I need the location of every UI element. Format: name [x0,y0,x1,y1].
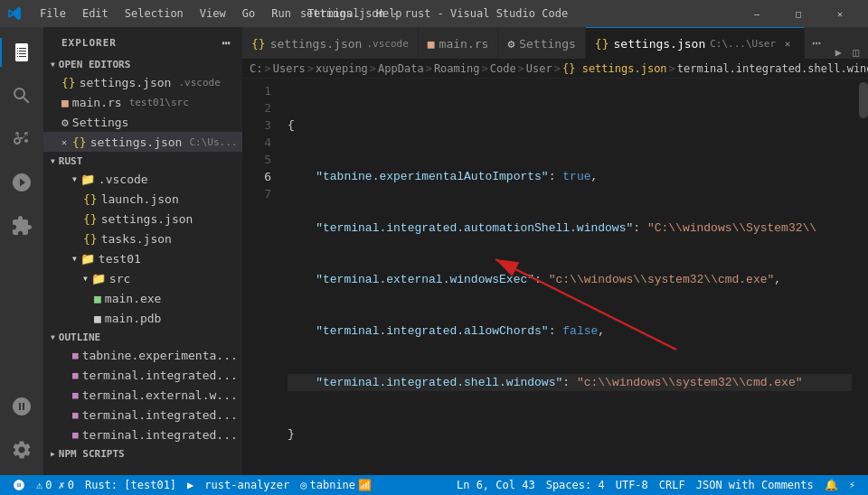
status-language[interactable]: JSON with Comments [691,475,819,495]
tab-settings-json-user[interactable]: {} settings.json C:\...\User ✕ [586,27,805,59]
eol-text: CRLF [659,479,685,491]
close-button[interactable]: ✕ [819,0,861,27]
folder-test01[interactable]: ▼ 📁 test01 [43,248,242,268]
breadcrumb-settings-json[interactable]: {} settings.json [562,62,667,75]
status-run-button[interactable]: ▶ [182,475,199,495]
open-editor-settings-json-vscode[interactable]: {} settings.json .vscode [43,72,242,92]
editor-content: 1 2 3 4 5 6 7 { "tabnine.experimentalAut… [242,79,868,475]
tab-bar: {} settings.json .vscode ■ main.rs ⚙ Set… [242,27,868,59]
scrollbar-thumb[interactable] [859,82,868,118]
tab-label-3: settings.json [614,37,706,51]
tab-overflow-button[interactable]: ⋯ [805,27,828,59]
status-rust-analyzer-label[interactable]: rust-analyzer [199,475,295,495]
breadcrumb-terminal-shell[interactable]: terminal.integrated.shell.windows [677,62,868,75]
activity-explorer[interactable] [0,31,43,74]
file-settings-json[interactable]: {} settings.json [43,209,242,229]
feedback-icon: ⚡ [849,479,855,491]
editor-scrollbar[interactable] [859,79,868,475]
file-launch-json[interactable]: {} launch.json [43,189,242,209]
outline-item-1[interactable]: ■ terminal.integrated... [43,365,242,385]
folder-vscode[interactable]: ▼ 📁 .vscode [43,169,242,189]
section-rust[interactable]: ▼ RUST [43,152,242,169]
code-editor[interactable]: { "tabnine.experimentalAutoImports": tru… [280,79,859,475]
folder-src[interactable]: ▼ 📁 src [43,268,242,288]
run-icon[interactable]: ▶ [832,46,845,59]
status-remote[interactable] [7,475,31,495]
maximize-button[interactable]: □ [778,0,819,27]
breadcrumb-xuyeping[interactable]: xuyeping [316,62,368,75]
section-npm-scripts[interactable]: ▶ NPM SCRIPTS [43,444,242,462]
sidebar-content: ▼ OPEN EDITORS {} settings.json .vscode … [43,55,242,475]
breadcrumb-sep-6: > [554,62,561,75]
file-main-exe[interactable]: ■ main.exe [43,288,242,308]
close-button-icon[interactable]: ✕ [61,137,67,147]
status-encoding[interactable]: UTF-8 [610,475,654,495]
status-cursor-position[interactable]: Ln 6, Col 43 [451,475,541,495]
outline-prop-icon-1: ■ [72,369,79,381]
code-line-7: } [288,425,852,443]
cursor-pos-text: Ln 6, Col 43 [457,479,535,491]
arrow-outline-icon: ▼ [51,333,55,341]
breadcrumb-appdata[interactable]: AppData [378,62,424,75]
tab-settings-json-vscode[interactable]: {} settings.json .vscode [242,27,419,59]
vscode-logo [7,6,22,21]
split-editor-icon[interactable]: ◫ [849,46,863,59]
breadcrumb-c[interactable]: C: [250,62,262,75]
main-layout: EXPLORER ⋯ ▼ OPEN EDITORS {} settings.js… [0,27,868,475]
folder-src-icon: 📁 [91,272,106,285]
activity-settings[interactable] [0,428,43,472]
open-editor-main-rs[interactable]: ■ main.rs test01\src [43,92,242,112]
code-line-3: "terminal.integrated.automationShell.win… [288,219,852,237]
activity-remote[interactable] [0,385,43,428]
menu-go[interactable]: Go [235,5,262,22]
menu-selection[interactable]: Selection [118,5,191,22]
breadcrumb-code[interactable]: Code [490,62,516,75]
activity-source-control[interactable] [0,117,43,161]
tabnine-dot-icon: ◎ [300,479,307,491]
tab-label-0: settings.json [270,37,363,51]
sidebar-header: EXPLORER ⋯ [43,27,242,55]
section-outline[interactable]: ▼ OUTLINE [43,328,242,345]
outline-prop-icon-2: ■ [72,389,79,401]
code-line-1: { [288,117,852,134]
section-open-editors[interactable]: ▼ OPEN EDITORS [43,55,242,72]
menu-file[interactable]: File [33,5,73,22]
status-eol[interactable]: CRLF [654,475,691,495]
breadcrumb-sep-3: > [426,62,432,75]
tab-settings[interactable]: ⚙ Settings [498,27,585,59]
status-rust-analyzer[interactable]: Rust: [test01] [80,475,182,495]
status-feedback[interactable]: ⚡ [844,475,861,495]
status-warnings[interactable]: ⚠ 0 ✗ 0 [31,475,80,495]
activity-extensions[interactable] [0,204,43,248]
breadcrumb-user[interactable]: User [526,62,552,75]
activity-run[interactable] [0,161,43,204]
minimize-button[interactable]: – [736,0,778,27]
outline-item-4[interactable]: ■ terminal.integrated... [43,425,242,444]
open-editor-settings-json-user[interactable]: ✕ {} settings.json C:\Us... [43,132,242,152]
activity-search[interactable] [0,74,43,117]
outline-item-3[interactable]: ■ terminal.integrated... [43,405,242,425]
menu-view[interactable]: View [193,5,233,22]
outline-prop-icon-4: ■ [72,429,79,441]
status-notifications[interactable]: 🔔 [819,475,844,495]
file-tasks-json[interactable]: {} tasks.json [43,229,242,248]
sidebar-menu-icon[interactable]: ⋯ [222,34,231,51]
tab-close-button[interactable]: ✕ [780,36,795,51]
remote-icon [13,479,25,491]
breadcrumb-users[interactable]: Users [273,62,306,75]
line-num-7: 7 [242,185,280,202]
status-spaces[interactable]: Spaces: 4 [541,475,610,495]
outline-item-2[interactable]: ■ terminal.external.w... [43,385,242,405]
file-main-pdb[interactable]: ■ main.pdb [43,308,242,328]
open-editor-settings[interactable]: ⚙ Settings [43,112,242,132]
menu-run[interactable]: Run [264,5,298,22]
title-bar: File Edit Selection View Go Run Terminal… [0,0,868,27]
json-icon: {} [61,76,76,89]
line-num-4: 4 [242,134,280,151]
menu-edit[interactable]: Edit [75,5,116,22]
tab-main-rs[interactable]: ■ main.rs [419,27,499,59]
tab-label-1: main.rs [439,37,489,51]
outline-item-0[interactable]: ■ tabnine.experimenta... [43,345,242,365]
status-tabnine[interactable]: ◎ tabnine 📶 [295,475,377,495]
breadcrumb-roaming[interactable]: Roaming [434,62,480,75]
